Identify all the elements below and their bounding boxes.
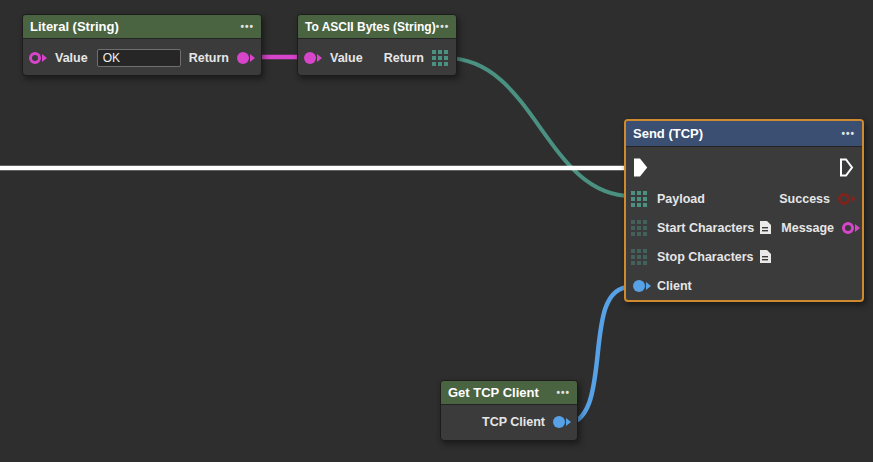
port-circle-icon [842,222,854,234]
message-output-port[interactable] [842,222,860,234]
flow-out-port[interactable] [839,158,854,177]
client-label: Client [657,279,692,293]
node-header[interactable]: To ASCII Bytes (String) ••• [298,15,456,39]
payload-input-port[interactable] [631,191,647,207]
bytes-grid-port[interactable] [432,50,448,66]
success-output-port[interactable] [838,193,856,205]
node-menu-icon[interactable]: ••• [556,388,570,398]
node-send-tcp[interactable]: Send (TCP) ••• Payload Success Start Cha… [624,119,864,302]
node-menu-icon[interactable]: ••• [841,129,855,139]
start-characters-input-port[interactable] [631,220,647,236]
value-input-port[interactable] [304,52,322,64]
node-menu-icon[interactable]: ••• [240,22,254,32]
stop-characters-label: Stop Characters [657,250,754,264]
node-header[interactable]: Literal (String) ••• [23,15,261,39]
node-literal-string[interactable]: Literal (String) ••• Value Return [22,14,262,76]
node-title: Literal (String) [30,19,119,34]
value-label: Value [55,51,88,65]
return-label: Return [189,51,229,65]
payload-label: Payload [657,192,705,206]
port-circle-icon [838,193,850,205]
value-input-port[interactable] [29,52,47,64]
client-input-port[interactable] [633,280,651,292]
node-title: Get TCP Client [448,385,539,400]
value-input[interactable] [97,49,181,67]
node-title: To ASCII Bytes (String) [305,20,436,34]
tcp-client-label: TCP Client [482,415,545,429]
document-icon [759,221,771,234]
port-circle-icon [29,52,41,64]
port-notch-icon [250,54,255,62]
node-title: Send (TCP) [633,126,703,141]
node-to-ascii-bytes[interactable]: To ASCII Bytes (String) ••• Value Return [297,14,457,76]
stop-characters-input-port[interactable] [631,249,647,265]
node-header[interactable]: Send (TCP) ••• [626,121,862,147]
port-notch-icon [646,282,651,290]
port-notch-icon [566,418,571,426]
success-label: Success [779,192,830,206]
node-header[interactable]: Get TCP Client ••• [441,381,577,405]
return-output-port[interactable] [237,52,255,64]
value-label: Value [330,51,363,65]
flow-in-port[interactable] [633,158,648,177]
port-circle-icon [304,52,316,64]
port-circle-icon [553,416,565,428]
start-characters-label: Start Characters [657,221,754,235]
message-label: Message [781,221,834,235]
port-notch-icon [851,195,856,203]
return-label: Return [384,51,424,65]
port-notch-icon [42,54,47,62]
port-circle-icon [237,52,249,64]
node-menu-icon[interactable]: ••• [436,22,450,32]
tcp-client-output-port[interactable] [553,416,571,428]
node-graph-canvas[interactable]: { "colors": { "background": "#2e2e2e", "… [0,0,873,462]
document-icon [759,250,771,263]
port-notch-icon [855,224,860,232]
port-circle-icon [633,280,645,292]
wire-bytes-to-payload[interactable] [446,58,632,196]
port-notch-icon [317,54,322,62]
node-get-tcp-client[interactable]: Get TCP Client ••• TCP Client [440,380,578,441]
